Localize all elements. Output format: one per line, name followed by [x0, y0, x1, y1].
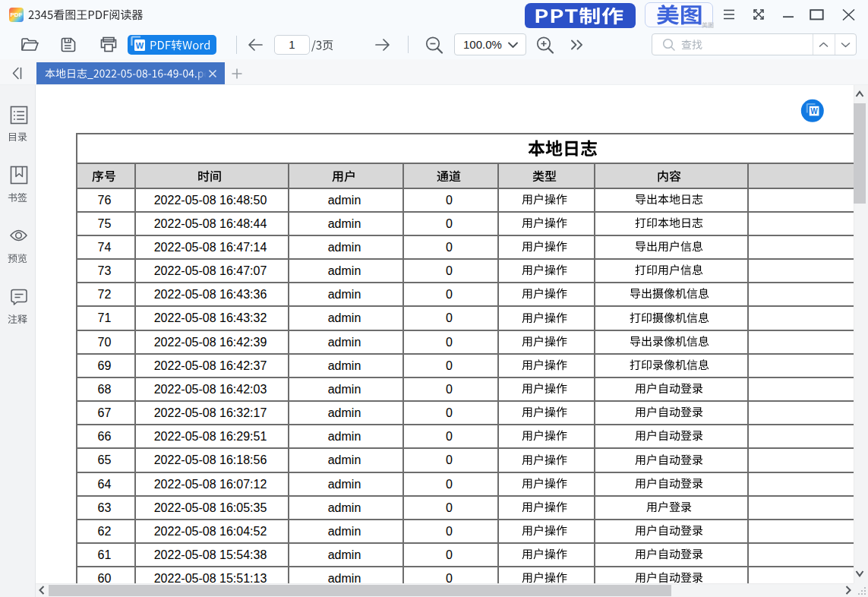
- svg-text:W: W: [810, 107, 818, 115]
- svg-text:W: W: [136, 41, 144, 50]
